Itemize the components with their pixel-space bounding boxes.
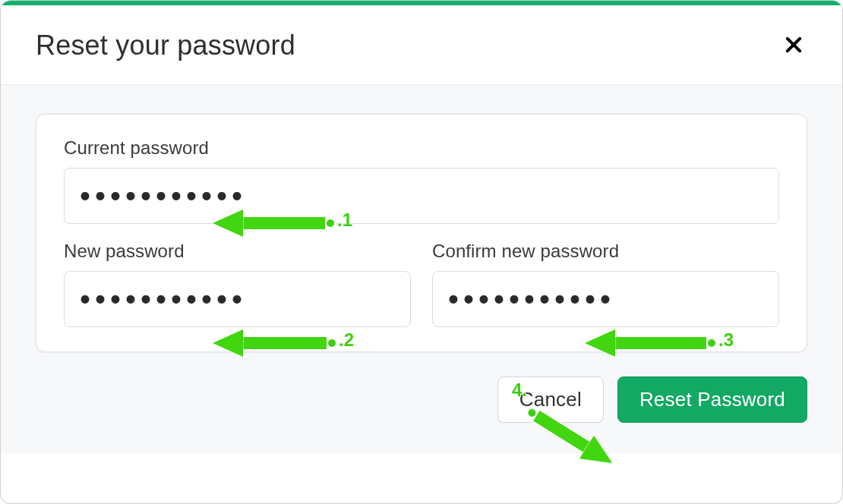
current-password-group: Current password: [64, 137, 779, 224]
password-reset-modal: Reset your password Current password New…: [0, 0, 843, 504]
close-icon: [783, 34, 804, 58]
modal-footer: Cancel Reset Password: [1, 373, 842, 453]
confirm-password-group: Confirm new password: [432, 241, 779, 327]
cancel-button[interactable]: Cancel: [497, 376, 604, 423]
confirm-password-input[interactable]: [432, 271, 779, 327]
current-password-label: Current password: [64, 137, 779, 159]
reset-password-button[interactable]: Reset Password: [617, 376, 807, 423]
new-password-input[interactable]: [64, 271, 411, 327]
modal-body: Current password New password Confirm ne…: [1, 85, 842, 373]
close-button[interactable]: [780, 31, 807, 61]
modal-header: Reset your password: [1, 5, 842, 85]
new-passwords-row: New password Confirm new password: [64, 241, 779, 327]
confirm-password-label: Confirm new password: [432, 241, 779, 262]
modal-title: Reset your password: [36, 30, 295, 61]
new-password-label: New password: [64, 241, 411, 262]
password-form-card: Current password New password Confirm ne…: [36, 114, 807, 352]
current-password-input[interactable]: [64, 168, 779, 224]
new-password-group: New password: [64, 241, 411, 327]
